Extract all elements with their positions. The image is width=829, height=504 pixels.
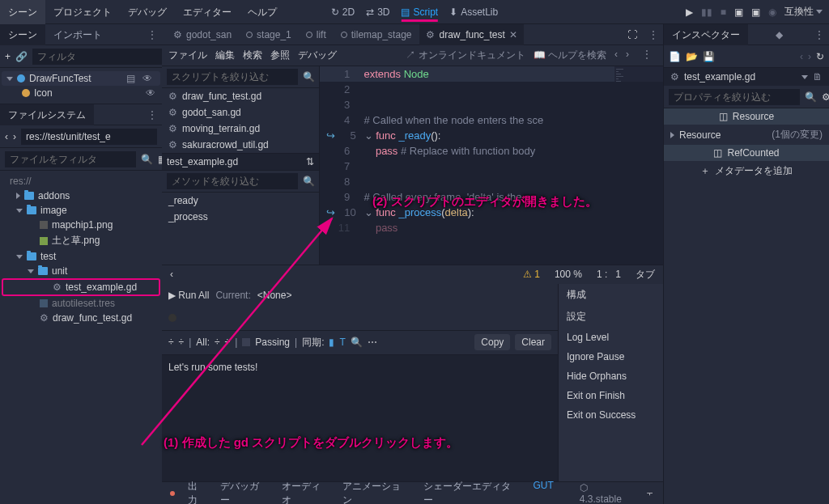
minimap[interactable]: ▬▬▬▬▬▬▬▬▬▬▬▬	[614, 66, 663, 131]
history-fwd-icon[interactable]: ›	[808, 51, 811, 62]
add-metadata-button[interactable]: ＋メタデータを追加	[664, 161, 829, 181]
scene-tab[interactable]: godot_san	[167, 24, 238, 45]
scene-tab[interactable]: tilemap_stage	[334, 24, 419, 45]
file-item[interactable]: autotileset.tres	[2, 296, 160, 311]
script-list-item[interactable]: sakuracrowd_util.gd	[162, 137, 319, 153]
code-line[interactable]: 7	[320, 159, 663, 174]
folder-item[interactable]: addons	[2, 188, 160, 203]
scene-tab[interactable]: stage_1	[240, 24, 298, 45]
dock-menu-icon[interactable]: ⋮	[142, 109, 162, 121]
section-refcounted[interactable]: ◫ RefCounted	[664, 145, 829, 161]
file-item[interactable]: test_example.gd	[2, 278, 160, 296]
collapse-icon[interactable]: ÷	[168, 337, 174, 348]
history-back-icon[interactable]: ‹	[800, 51, 803, 62]
online-docs-link[interactable]: ↗ オンラインドキュメント	[406, 49, 525, 62]
visibility-icon[interactable]: 👁	[146, 87, 155, 99]
search-icon[interactable]: 🔍	[351, 337, 363, 348]
tab-filesystem[interactable]: ファイルシステム	[0, 104, 94, 125]
method-list-item[interactable]: _ready	[162, 193, 319, 209]
copy-button[interactable]: Copy	[474, 334, 510, 350]
bottom-tab[interactable]: デバッガー	[220, 480, 269, 505]
filter-options-icon[interactable]: ⚙	[822, 91, 829, 103]
history-icon[interactable]: ↻	[816, 51, 824, 62]
new-icon[interactable]: 📄	[669, 51, 681, 62]
sort-icon[interactable]: ⇅	[306, 156, 314, 167]
menu-edit[interactable]: 編集	[215, 49, 235, 62]
visibility-icon[interactable]: 👁	[139, 73, 155, 84]
code-line[interactable]: 2	[320, 82, 663, 97]
file-item[interactable]: 土と草.png	[2, 232, 160, 249]
zoom-level[interactable]: 100 %	[555, 269, 582, 280]
filter-scripts-input[interactable]	[167, 69, 298, 85]
gut-option[interactable]: Hide Orphans	[559, 366, 663, 386]
nav-fwd-icon[interactable]: ›	[626, 49, 629, 62]
menu-ヘルプ[interactable]: ヘルプ	[240, 0, 285, 24]
open-icon[interactable]: 📂	[686, 51, 698, 62]
search-icon[interactable]: 🔍	[805, 91, 817, 103]
collapse-all-icon[interactable]: ÷	[215, 337, 220, 348]
scene-tab[interactable]: lift	[300, 24, 333, 45]
warning-count[interactable]: ⚠ 1	[523, 269, 540, 280]
distraction-free-icon[interactable]: ⛶	[623, 29, 642, 40]
sync-test-icon[interactable]: T	[339, 337, 345, 348]
bottom-expand-icon[interactable]: ⫟	[645, 488, 655, 499]
search-icon[interactable]: 🔍	[303, 176, 315, 187]
more-icon[interactable]: ⋯	[368, 337, 377, 348]
code-line[interactable]: 1 extends Node	[320, 66, 663, 82]
scene-tab[interactable]: draw_func_test ✕	[419, 24, 523, 45]
bottom-tab[interactable]: アニメーション	[342, 480, 410, 505]
file-item[interactable]: draw_func_test.gd	[2, 311, 160, 325]
code-line[interactable]: ↪ 5⌄ func _ready():	[320, 128, 663, 143]
dock-menu-icon[interactable]: ⋮	[142, 29, 162, 40]
script-more-icon[interactable]: ⋮	[637, 49, 657, 62]
bottom-tab[interactable]: オーディオ	[282, 480, 330, 505]
chevron-down-icon[interactable]	[801, 75, 808, 79]
gut-option[interactable]: Ignore Pause	[559, 347, 663, 366]
scene-filter-input[interactable]	[32, 49, 164, 65]
version-label[interactable]: ⬡ 4.3.stable	[580, 482, 632, 505]
close-icon[interactable]: ✕	[509, 29, 517, 40]
search-icon[interactable]: 🔍	[141, 154, 153, 165]
menu-エディター[interactable]: エディター	[175, 0, 240, 24]
gut-option[interactable]: 構成	[559, 284, 663, 306]
menu-goto[interactable]: 参照	[270, 49, 290, 62]
section-resource[interactable]: ◫ Resource	[664, 108, 829, 125]
pin-icon[interactable]: ◆	[772, 29, 786, 40]
bottom-tab[interactable]: シェーダーエディター	[423, 480, 520, 505]
nav-back-icon[interactable]: ‹	[170, 269, 173, 280]
gut-option[interactable]: Exit on Finish	[559, 386, 663, 405]
save-icon[interactable]: 💾	[703, 51, 715, 62]
search-help-link[interactable]: 📖 ヘルプを検索	[534, 49, 606, 62]
link-icon[interactable]: 🔗	[15, 51, 28, 62]
gut-option[interactable]: Exit on Success	[559, 405, 663, 425]
sync-script-icon[interactable]: ▮	[329, 337, 334, 348]
bottom-tab[interactable]: 出力	[188, 480, 207, 505]
scene-tabs-menu-icon[interactable]: ⋮	[644, 29, 663, 40]
resource-row[interactable]: Resource (1個の変更)	[664, 125, 829, 145]
code-line[interactable]: 6 pass # Replace with function body	[320, 143, 663, 159]
stop-icon[interactable]: ■	[721, 6, 726, 18]
filter-methods-input[interactable]	[167, 173, 298, 189]
gut-option[interactable]: 設定	[559, 306, 663, 328]
pause-icon[interactable]: ▮▮	[701, 6, 712, 18]
code-line[interactable]: 4 # Called when the node enters the sce	[320, 112, 663, 128]
passing-checkbox[interactable]	[242, 338, 250, 346]
script-list-item[interactable]: moving_terrain.gd	[162, 121, 319, 137]
gut-option[interactable]: Log Level	[559, 328, 663, 347]
search-icon[interactable]: 🔍	[303, 71, 315, 83]
code-line[interactable]: ↪ 10⌄ func _process(delta):	[320, 205, 663, 220]
code-line[interactable]: 11 pass	[320, 220, 663, 235]
play-scene-icon[interactable]: ▣	[734, 6, 743, 18]
tab-scene[interactable]: シーン	[0, 24, 45, 45]
method-list-item[interactable]: _process	[162, 209, 319, 225]
doc-icon[interactable]: 🗎	[813, 71, 823, 83]
menu-プロジェクト[interactable]: プロジェクト	[45, 0, 120, 24]
movie-icon[interactable]: ◉	[768, 6, 776, 18]
tab-import[interactable]: インポート	[45, 24, 110, 45]
file-filter-input[interactable]	[5, 151, 136, 167]
nav-back-icon[interactable]: ‹	[614, 49, 618, 62]
play-custom-icon[interactable]: ▣	[751, 6, 760, 18]
view-3d[interactable]: ⇄ 3D	[366, 6, 389, 18]
code-editor[interactable]: 1 extends Node 2 3 4 # Called when the n…	[320, 66, 663, 265]
menu-debug[interactable]: デバッグ	[298, 49, 337, 62]
